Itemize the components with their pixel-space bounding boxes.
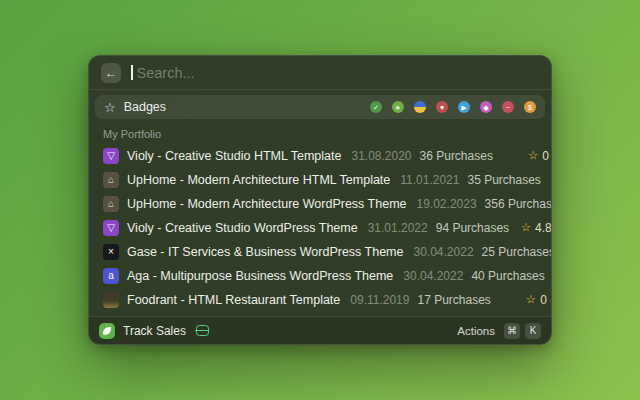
- badges-label: Badges: [124, 100, 166, 114]
- extension-name: Track Sales: [123, 324, 186, 338]
- portfolio-item[interactable]: ▽ Violy - Creative Studio WordPress Them…: [95, 216, 545, 240]
- sales-tracker-icon: [196, 325, 209, 336]
- item-rating-group: ☆ 0 (1): [501, 149, 552, 163]
- item-title: Foodrant - HTML Restaurant Template: [127, 293, 340, 307]
- blue-arrow-badge: ▶: [458, 101, 470, 113]
- green-check-badge: ✓: [370, 101, 382, 113]
- actions-button[interactable]: Actions: [457, 325, 495, 337]
- k-keycap[interactable]: K: [525, 323, 541, 339]
- item-title: Violy - Creative Studio WordPress Theme: [127, 221, 358, 235]
- star-icon: ☆: [526, 294, 536, 306]
- command-palette-window: ← Search... ☆ Badges ✓∗♥▶◆−$ My Portfoli…: [88, 55, 552, 345]
- red-heart-badge: ♥: [436, 101, 448, 113]
- item-thumbnail: ▽: [103, 220, 119, 236]
- item-date: 30.04.2022: [403, 269, 463, 283]
- item-rating: 4.83 (12): [535, 221, 552, 235]
- section-label-my-portfolio: My Portfolio: [103, 128, 537, 140]
- item-purchase-count: 17 Purchases: [417, 293, 490, 307]
- portfolio-list: ▽ Violy - Creative Studio HTML Template …: [89, 144, 551, 316]
- search-input[interactable]: Search...: [137, 65, 195, 81]
- star-outline-icon: ☆: [104, 101, 116, 114]
- footer-bar: Track Sales Actions ⌘ K: [89, 316, 551, 344]
- gold-dollar-badge: $: [524, 101, 536, 113]
- back-button[interactable]: ←: [101, 63, 121, 83]
- envato-leaf-icon: [99, 323, 115, 339]
- item-title: UpHome - Modern Architecture WordPress T…: [127, 197, 407, 211]
- portfolio-item[interactable]: × Gase - IT Services & Business WordPres…: [95, 240, 545, 264]
- star-icon: ☆: [528, 150, 538, 162]
- star-icon: ☆: [521, 222, 531, 234]
- cmd-keycap[interactable]: ⌘: [504, 323, 520, 339]
- portfolio-item[interactable]: Foodrant - HTML Restaurant Template 09.1…: [95, 288, 545, 312]
- pink-diamond-badge: ◆: [480, 101, 492, 113]
- item-date: 31.01.2022: [368, 221, 428, 235]
- item-purchase-count: 36 Purchases: [420, 149, 493, 163]
- portfolio-item[interactable]: ⌂ UpHome - Modern Architecture HTML Temp…: [95, 168, 545, 192]
- item-purchase-count: 94 Purchases: [436, 221, 509, 235]
- item-thumbnail: a: [103, 268, 119, 284]
- item-thumbnail: [103, 292, 119, 308]
- portfolio-item[interactable]: a Aga - Multipurpose Business WordPress …: [95, 264, 545, 288]
- item-rating-group: ☆ 4.83 (12): [517, 221, 552, 235]
- item-date: 19.02.2023: [417, 197, 477, 211]
- item-thumbnail: ▽: [103, 148, 119, 164]
- ukraine-flag-badge: [414, 101, 426, 113]
- red-minus-badge: −: [502, 101, 514, 113]
- item-title: UpHome - Modern Architecture HTML Templa…: [127, 173, 390, 187]
- item-title: Aga - Multipurpose Business WordPress Th…: [127, 269, 393, 283]
- item-purchase-count: 35 Purchases: [467, 173, 540, 187]
- item-purchase-count: 356 Purchases: [485, 197, 552, 211]
- item-title: Violy - Creative Studio HTML Template: [127, 149, 341, 163]
- green-leaf-badge: ∗: [392, 101, 404, 113]
- leaf-glyph: [103, 327, 111, 335]
- item-rating-group: ☆ 0 (0): [499, 293, 552, 307]
- item-rating-group: ☆ 0 (0): [549, 173, 552, 187]
- search-bar[interactable]: ← Search...: [89, 56, 551, 90]
- item-thumbnail: ⌂: [103, 196, 119, 212]
- item-thumbnail: ×: [103, 244, 119, 260]
- item-date: 09.11.2019: [350, 293, 409, 307]
- item-purchase-count: 25 Purchases: [482, 245, 552, 259]
- portfolio-item[interactable]: ⌂ UpHome - Modern Architecture WordPress…: [95, 192, 545, 216]
- item-title: Gase - IT Services & Business WordPress …: [127, 245, 404, 259]
- item-date: 31.08.2020: [351, 149, 411, 163]
- footer-actions: Actions ⌘ K: [457, 323, 541, 339]
- item-rating: 0 (1): [542, 149, 552, 163]
- text-caret: [131, 65, 133, 80]
- item-thumbnail: ⌂: [103, 172, 119, 188]
- item-date: 30.04.2022: [414, 245, 474, 259]
- portfolio-item[interactable]: ▽ Violy - Creative Studio HTML Template …: [95, 144, 545, 168]
- tracker-line: [195, 330, 209, 332]
- badge-icon-list: ✓∗♥▶◆−$: [370, 101, 536, 113]
- item-purchase-count: 40 Purchases: [471, 269, 544, 283]
- item-rating: 0 (0): [540, 293, 552, 307]
- item-date: 11.01.2021: [400, 173, 459, 187]
- badges-row[interactable]: ☆ Badges ✓∗♥▶◆−$: [95, 95, 545, 119]
